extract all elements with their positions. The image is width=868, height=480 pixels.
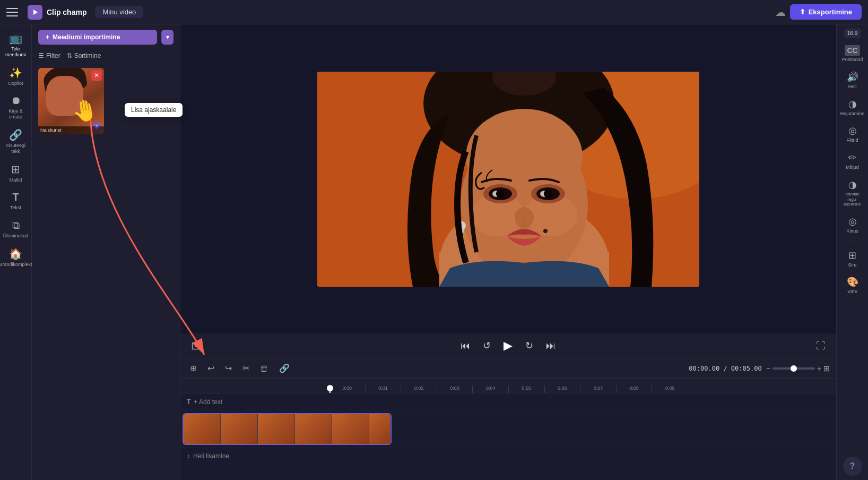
zoom-controls: − + ⊞: [766, 364, 830, 373]
right-item-varv[interactable]: 🎨 Värv: [838, 273, 867, 298]
track-thumb-3: [258, 413, 295, 445]
right-item-varvide[interactable]: ◑ Värvide regu-leerimine: [838, 176, 867, 210]
varv-icon: 🎨: [847, 276, 858, 288]
sort-button[interactable]: ⇅ Sortimine: [67, 52, 101, 59]
sidebar-item-mallid[interactable]: ⊞ Mallid: [2, 160, 30, 186]
sidebar-item-uleminekud[interactable]: ⧉ Üleminekud: [2, 216, 30, 242]
import-button[interactable]: + Meediumi importimine: [38, 30, 157, 45]
timeline-ruler: 0:00 0:01 0:02 0:03 0:04 0:05 0:06 0:07 …: [180, 379, 836, 393]
right-item-postisood[interactable]: CC Postisood: [838, 42, 867, 66]
right-item-hajutamine[interactable]: ◑ Hajutamine: [838, 95, 867, 120]
export-icon: ⬆: [800, 8, 805, 16]
cloud-icon: ☁: [775, 6, 786, 19]
ruler-mark-5: 0:05: [508, 385, 544, 393]
timeline-area: ⊕ ↩ ↪ ✂ 🗑 🔗 00:00.00 / 00:05.00 − +: [180, 358, 836, 480]
heli-icon: 🔊: [847, 71, 858, 83]
sidebar-item-kirje[interactable]: ⏺ Kirje &create: [2, 91, 30, 123]
ruler-mark-9: 0:09: [652, 385, 688, 393]
ruler-mark-6: 0:06: [544, 385, 580, 393]
tele-icon: 📺: [9, 32, 22, 45]
right-item-heli[interactable]: 🔊 Heli: [838, 68, 867, 93]
track-thumb-6: [369, 413, 390, 445]
skip-start-button[interactable]: ⏮: [458, 338, 472, 354]
postisood-icon: CC: [845, 45, 860, 56]
import-icon: +: [46, 33, 49, 41]
add-text-track[interactable]: T + Add text: [180, 393, 836, 410]
tekst-icon: T: [12, 191, 19, 203]
svg-point-26: [543, 229, 548, 233]
ruler-mark-4: 0:04: [472, 385, 508, 393]
svg-point-12: [466, 109, 583, 204]
play-button[interactable]: ▶: [501, 337, 515, 355]
filter-sort-row: ☰ Filter ⇅ Sortimine: [32, 50, 180, 64]
delete-thumb-button[interactable]: ✕: [91, 70, 102, 81]
center-area: ⊡ ⏮ ↺ ▶ ↻ ⏭ ⛶ ⊕ ↩ ↪ ✂ 🗑 🔗: [180, 24, 836, 480]
export-button[interactable]: ⬆ Eksportimine: [790, 4, 862, 20]
sidebar-item-copilot[interactable]: ✨ Copilot: [2, 63, 30, 90]
zoom-slider[interactable]: [772, 367, 815, 370]
skip-end-button[interactable]: ⏭: [544, 338, 558, 354]
sisuteegi-icon: 🔗: [9, 128, 22, 141]
lock-button[interactable]: 🔗: [276, 361, 293, 375]
ratio-badge[interactable]: 16:9: [844, 29, 861, 38]
undo-button[interactable]: ↩: [204, 361, 218, 375]
sidebar-item-tekst[interactable]: T Tekst: [2, 188, 30, 214]
timeline-tracks: T + Add text: [180, 393, 836, 480]
text-track-icon: T: [187, 398, 190, 406]
zoom-out-button[interactable]: −: [766, 364, 770, 373]
playback-center: ⏮ ↺ ▶ ↻ ⏭: [458, 337, 558, 355]
main-area: 📺 Tele meediumi ✨ Copilot ⏺ Kirje &creat…: [0, 24, 868, 480]
filter-icon: ☰: [38, 52, 44, 59]
video-title[interactable]: Minu video: [95, 6, 143, 18]
video-frame-inner: [317, 72, 699, 287]
kirje-icon: ⏺: [11, 95, 21, 107]
uleminekud-icon: ⧉: [12, 219, 20, 232]
sire-icon: ⊞: [848, 250, 856, 261]
redo-button[interactable]: ↪: [222, 361, 235, 375]
forward-5-button[interactable]: ↻: [523, 338, 535, 354]
varvide-icon: ◑: [848, 179, 857, 191]
track-thumb-4: [295, 413, 332, 445]
logo-icon: [28, 5, 42, 20]
video-preview: [180, 24, 836, 333]
right-item-filtrid[interactable]: ◎ Filtrid: [838, 122, 867, 147]
playback-left: ⊡: [189, 337, 202, 354]
playhead: [329, 385, 331, 393]
copilot-icon: ✨: [9, 66, 22, 79]
magnet-tool-button[interactable]: ⊕: [187, 361, 200, 375]
ruler-marks: 0:00 0:01 0:02 0:03 0:04 0:05 0:06 0:07 …: [329, 379, 688, 393]
rewind-5-button[interactable]: ↺: [481, 338, 493, 354]
cut-button[interactable]: ✂: [239, 361, 253, 375]
sidebar-item-brandikomplekt[interactable]: 🏠 Brändikomplekt: [2, 244, 30, 271]
fullscreen-button[interactable]: ⛶: [814, 338, 828, 354]
import-dropdown-button[interactable]: ▾: [161, 30, 173, 45]
sidebar-item-sisuteegi[interactable]: 🔗 Sisuteegitekk: [2, 125, 30, 158]
zoom-in-button[interactable]: +: [817, 364, 821, 373]
app-name: Clip champ: [47, 8, 86, 16]
fit-button[interactable]: ⊞: [823, 364, 830, 373]
right-item-kiirus[interactable]: ◎ Kiirus: [838, 212, 867, 237]
ruler-mark-8: 0:08: [616, 385, 652, 393]
timeline-toolbar: ⊕ ↩ ↪ ✂ 🗑 🔗 00:00.00 / 00:05.00 − +: [180, 358, 836, 379]
right-sidebar: 16:9 CC Postisood 🔊 Heli ◑ Hajutamine ◎ …: [836, 24, 868, 480]
filtrid-icon: ◎: [848, 125, 857, 136]
media-thumb-naiskunst[interactable]: ✕ + Naiskunst: [38, 68, 104, 134]
add-audio-track[interactable]: ♪ Heli lisamine: [180, 448, 836, 464]
menu-icon[interactable]: [6, 5, 21, 20]
video-content: [317, 72, 699, 287]
ruler-mark-2: 0:02: [401, 385, 437, 393]
help-button[interactable]: ?: [843, 457, 862, 476]
playback-right: ⛶: [814, 338, 828, 354]
sidebar-item-tele-meediumi[interactable]: 📺 Tele meediumi: [2, 29, 30, 61]
filter-button[interactable]: ☰ Filter: [38, 52, 60, 59]
right-item-sire[interactable]: ⊞ Sire: [838, 246, 867, 271]
subtitle-button[interactable]: ⊡: [189, 337, 202, 354]
delete-button[interactable]: 🗑: [257, 362, 272, 375]
track-thumbnails: [183, 413, 392, 445]
svg-point-23: [515, 207, 534, 228]
right-item-mojud[interactable]: ✏ Mõjud: [838, 149, 867, 174]
playback-bar: ⊡ ⏮ ↺ ▶ ↻ ⏭ ⛶: [180, 333, 836, 358]
ruler-mark-1: 0:01: [365, 385, 401, 393]
video-frame: [317, 72, 699, 287]
zoom-thumb: [791, 365, 797, 372]
